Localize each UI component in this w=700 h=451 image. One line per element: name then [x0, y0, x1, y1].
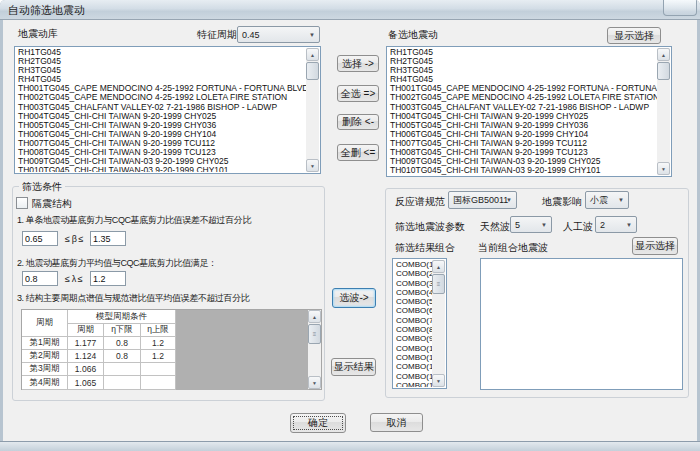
library-scrollbar[interactable]: ▲ ▼ [306, 48, 319, 172]
list-item[interactable]: COMBO(9) [394, 334, 432, 343]
artificial-wave-value: 2 [600, 220, 605, 230]
table-subheader-eta-low: η下限 [104, 324, 141, 337]
scroll-up-icon[interactable]: ▲ [308, 310, 321, 323]
table-cell-period: 1.124 [68, 350, 104, 363]
spectrum-code-value: 国标GB50011 [453, 194, 508, 207]
list-item[interactable]: TH006TG045_CHI-CHI TAIWAN 9-20-1999 CHY1… [16, 130, 306, 139]
scroll-up-icon[interactable]: ▲ [657, 48, 670, 61]
earthquake-influence-select[interactable]: 小震 ▼ [585, 191, 629, 209]
scroll-down-icon[interactable]: ▼ [306, 159, 319, 172]
lambda-max-input[interactable] [90, 271, 126, 286]
list-item[interactable]: TH008TG045_CHI-CHI TAIWAN 9-20-1999 TCU1… [16, 148, 306, 157]
earthquake-influence-label: 地震影响 [542, 195, 582, 209]
current-combo-wave-list[interactable] [480, 258, 683, 390]
list-item[interactable]: RH1TG045 [388, 48, 657, 57]
table-row-name: 第2周期 [22, 350, 68, 363]
list-item[interactable]: TH007TG045_CHI-CHI TAIWAN 9-20-1999 TCU1… [388, 139, 657, 148]
select-wave-button[interactable]: 选波-> [332, 288, 376, 308]
period-condition-table: 周期 模型周期条件 周期 η下限 η上限 第1周期 1.177 0.8 1.2 … [21, 309, 322, 390]
list-item[interactable]: TH007TG045_CHI-CHI TAIWAN 9-20-1999 TCU1… [16, 139, 306, 148]
natural-wave-value: 5 [515, 220, 520, 230]
list-item[interactable]: COMBO(7) [394, 316, 432, 325]
result-combo-list[interactable]: COMBO(1)COMBO(2)COMBO(3)COMBO(4)COMBO(5)… [392, 258, 447, 389]
table-cell-period: 1.066 [68, 363, 104, 376]
list-item[interactable]: COMBO(4) [394, 288, 432, 297]
scroll-down-icon[interactable]: ▼ [432, 374, 445, 387]
table-scrollbar[interactable]: ▲ ≡ ▼ [308, 310, 321, 389]
list-item[interactable]: TH003TG045_CHALFANT VALLEY-02 7-21-1986 … [16, 103, 306, 112]
list-item[interactable]: COMBO(11) [394, 353, 432, 362]
scroll-down-icon[interactable]: ▼ [308, 376, 321, 389]
table-cell-eta-low [104, 376, 141, 390]
titlebar[interactable]: 自动筛选地震动 [0, 0, 700, 20]
scroll-thumb[interactable] [657, 62, 670, 80]
list-item[interactable]: TH005TG045_CHI-CHI TAIWAN 9-20-1999 CHY0… [388, 121, 657, 130]
list-item[interactable]: RH3TG045 [388, 66, 657, 75]
scroll-thumb[interactable]: ≡ [432, 274, 445, 294]
list-item[interactable]: RH3TG045 [16, 66, 306, 75]
list-item[interactable]: TH006TG045_CHI-CHI TAIWAN 9-20-1999 CHY1… [388, 130, 657, 139]
beta-max-input[interactable] [90, 231, 126, 246]
candidate-ground-motion-list[interactable]: RH1TG045RH2TG045RH3TG045RH4TG045TH001TG0… [386, 46, 672, 177]
show-selection-button-2[interactable]: 显示选择 [632, 237, 678, 255]
list-item[interactable]: COMBO(1) [394, 260, 432, 269]
list-item[interactable]: RH1TG045 [16, 48, 306, 57]
list-item[interactable]: COMBO(13) [394, 372, 432, 381]
ok-button[interactable]: 确定 [290, 413, 346, 433]
list-item[interactable]: TH001TG045_CAPE MENDOCINO 4-25-1992 FORT… [16, 84, 306, 93]
candidate-scrollbar[interactable]: ▲ ▼ [657, 48, 670, 175]
list-item[interactable]: RH4TG045 [16, 75, 306, 84]
list-item[interactable]: TH008TG045_CHI-CHI TAIWAN 9-20-1999 TCU1… [388, 148, 657, 157]
list-item[interactable]: COMBO(5) [394, 297, 432, 306]
show-result-button[interactable]: 显示结果 [331, 358, 376, 376]
scroll-down-icon[interactable]: ▼ [657, 162, 670, 175]
list-item[interactable]: COMBO(8) [394, 325, 432, 334]
list-item[interactable]: TH002TG045_CAPE MENDOCINO 4-25-1992 LOLE… [388, 93, 657, 102]
natural-wave-select[interactable]: 5 ▼ [510, 216, 552, 233]
list-item[interactable]: TH009TG045_CHI-CHI TAIWAN-03 9-20-1999 C… [388, 157, 657, 166]
select-all-button[interactable]: 全选 => [337, 85, 379, 102]
list-item[interactable]: TH009TG045_CHI-CHI TAIWAN-03 9-20-1999 C… [16, 157, 306, 166]
list-item[interactable]: RH2TG045 [388, 57, 657, 66]
chevron-down-icon: ▼ [309, 32, 315, 38]
chevron-down-icon: ▼ [541, 222, 547, 228]
result-combos-label: 筛选结果组合 [395, 241, 455, 255]
remove-all-button[interactable]: 全删 <= [337, 144, 379, 161]
ground-motion-library-list[interactable]: RH1TG045RH2TG045RH3TG045RH4TG045TH001TG0… [14, 46, 321, 174]
list-item[interactable]: TH010TG045_CHI-CHI TAIWAN-03 9-20-1999 C… [16, 166, 306, 172]
scroll-up-icon[interactable]: ▲ [432, 260, 445, 273]
list-item[interactable]: RH4TG045 [388, 75, 657, 84]
list-item[interactable]: TH003TG045_CHALFANT VALLEY-02 7-21-1986 … [388, 103, 657, 112]
condition2-text: 2. 地震动基底剪力平均值与CQC基底剪力比值满足： [17, 257, 217, 270]
beta-min-input[interactable] [22, 231, 58, 246]
list-item[interactable]: TH001TG045_CAPE MENDOCINO 4-25-1992 FORT… [388, 84, 657, 93]
isolation-structure-checkbox[interactable] [16, 197, 28, 209]
spectrum-code-select[interactable]: 国标GB50011 ▼ [448, 191, 517, 209]
list-item[interactable]: TH010TG045_CHI-CHI TAIWAN-03 9-20-1999 C… [388, 166, 657, 175]
scroll-thumb[interactable] [306, 62, 319, 80]
select-button[interactable]: 选择 -> [337, 55, 379, 72]
list-item[interactable]: TH005TG045_CHI-CHI TAIWAN 9-20-1999 CHY0… [16, 121, 306, 130]
list-item[interactable]: COMBO(3) [394, 279, 432, 288]
cancel-button[interactable]: 取消 [370, 413, 423, 432]
current-combo-label: 当前组合地震波 [478, 241, 548, 255]
lambda-min-input[interactable] [22, 271, 58, 286]
remove-button[interactable]: 删除 <- [337, 114, 379, 130]
artificial-wave-select[interactable]: 2 ▼ [595, 216, 637, 233]
characteristic-period-select[interactable]: 0.45 ▼ [237, 26, 320, 43]
list-item[interactable]: COMBO(2) [394, 269, 432, 278]
scroll-thumb[interactable]: ≡ [308, 324, 321, 344]
list-item[interactable]: TH002TG045_CAPE MENDOCINO 4-25-1992 LOLE… [16, 93, 306, 102]
show-selection-button[interactable]: 显示选择 [607, 27, 661, 44]
list-item[interactable]: RH2TG045 [16, 57, 306, 66]
list-item[interactable]: COMBO(6) [394, 306, 432, 315]
list-item[interactable]: TH004TG045_CHI-CHI TAIWAN 9-20-1999 CHY0… [388, 112, 657, 121]
list-item[interactable]: COMBO(14) [394, 381, 432, 387]
table-subheader-period: 周期 [68, 324, 104, 337]
list-item[interactable]: COMBO(12) [394, 362, 432, 371]
close-button[interactable] [663, 0, 697, 16]
list-item[interactable]: COMBO(10) [394, 344, 432, 353]
combo-scrollbar[interactable]: ▲ ≡ ▼ [432, 260, 445, 387]
list-item[interactable]: TH004TG045_CHI-CHI TAIWAN 9-20-1999 CHY0… [16, 112, 306, 121]
scroll-up-icon[interactable]: ▲ [306, 48, 319, 61]
